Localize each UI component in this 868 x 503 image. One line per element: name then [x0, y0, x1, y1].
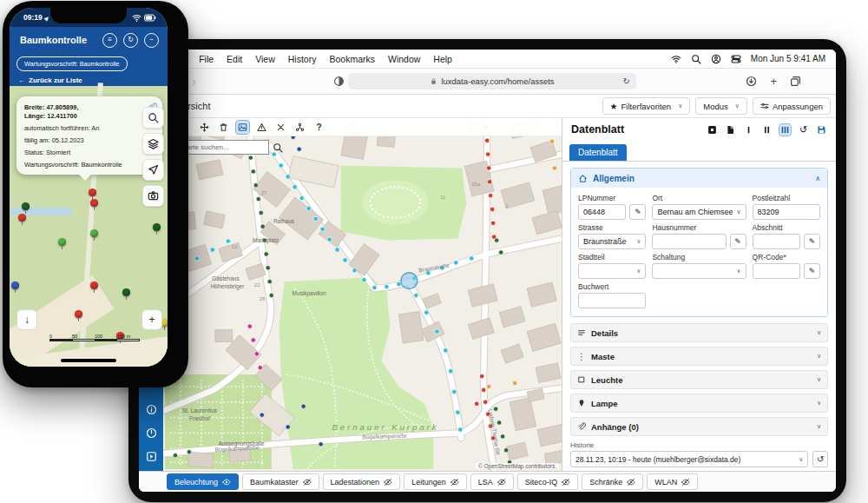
map-canvas[interactable] — [163, 118, 562, 471]
collapse-button[interactable]: ↓ — [16, 309, 37, 330]
section-maste[interactable]: ⋮Maste∨ — [570, 347, 828, 366]
field-schaltung[interactable]: ∨ — [652, 263, 746, 279]
field-ort[interactable]: Bernau am Chiemsee∨ — [652, 204, 746, 220]
address-bar[interactable]: luxdata-easy.com/home/assets ↻ — [348, 73, 636, 89]
maptool-warning-icon[interactable] — [255, 121, 268, 134]
forward-button[interactable]: › — [192, 75, 196, 88]
back-to-list-link[interactable]: ← Zurück zur Liste — [10, 74, 168, 86]
map-pin-green[interactable] — [90, 229, 98, 237]
section-anh-nge-0[interactable]: Anhänge (0)∨ — [570, 417, 828, 436]
reload-icon[interactable]: ↻ — [623, 76, 630, 86]
section-lampe[interactable]: Lampe∨ — [570, 394, 828, 413]
maptool-help-icon[interactable]: ? — [312, 121, 326, 134]
search-icon[interactable] — [273, 142, 283, 153]
map-pin-green[interactable] — [58, 238, 66, 246]
siri-icon[interactable] — [711, 54, 721, 64]
menu-edit[interactable]: Edit — [227, 54, 242, 64]
menu-window[interactable]: Window — [388, 54, 420, 64]
edit-qr-code-button[interactable]: ✎ — [804, 263, 820, 279]
edit-abschnitt-button[interactable]: ✎ — [804, 234, 820, 249]
layer-tab-schr-nke[interactable]: Schränke — [582, 473, 643, 490]
filter-chip[interactable]: Wartungsvorschrift: Baumkontrolle — [16, 56, 128, 71]
layer-tab-lsa[interactable]: LSA — [470, 473, 514, 490]
phone-filter-row: Wartungsvorschrift: Baumkontrolle — [10, 53, 168, 74]
map-pin-red[interactable] — [75, 310, 82, 318]
section-allgemein-header[interactable]: Allgemein ∧ — [571, 169, 827, 188]
field-strasse[interactable]: Braunstraße∨ — [578, 234, 646, 249]
wifi-icon[interactable] — [671, 54, 681, 64]
rail-power-icon[interactable] — [146, 427, 157, 439]
map-pin-darkgreen[interactable] — [122, 288, 130, 296]
map-pin-red[interactable] — [90, 199, 98, 207]
panel-undo-icon[interactable]: ↺ — [798, 124, 809, 136]
panel-document-icon[interactable] — [725, 124, 736, 136]
maptool-cluster-icon[interactable] — [293, 121, 306, 134]
phone-navigate-button[interactable] — [142, 159, 164, 181]
layer-tab-ladestationen[interactable]: Ladestationen — [323, 473, 401, 490]
field-stadtteil[interactable]: ∨ — [578, 263, 646, 279]
layer-tab-beleuchtung[interactable]: Beleuchtung — [167, 473, 239, 490]
map-pin-red[interactable] — [18, 214, 26, 222]
phone-map[interactable]: Breite: 47.805899,Länge: 12.411700automa… — [10, 86, 168, 367]
tab-overview-icon[interactable] — [790, 76, 801, 87]
map-pin-red[interactable] — [89, 189, 96, 196]
panel-layout-2-icon[interactable] — [761, 124, 773, 136]
phone-camera-button[interactable] — [142, 185, 164, 207]
layer-tab-leitungen[interactable]: Leitungen — [404, 473, 467, 490]
edit-hausnummer-button[interactable]: ✎ — [730, 234, 746, 249]
menu-help[interactable]: Help — [433, 54, 452, 64]
map-pin-darkgreen[interactable] — [153, 223, 161, 231]
field-lpnummer[interactable] — [578, 204, 626, 220]
privacy-report-icon[interactable] — [333, 76, 345, 87]
edit-lpnummer-button[interactable]: ✎ — [629, 204, 646, 220]
menu-view[interactable]: View — [255, 54, 275, 64]
historie-select[interactable]: 28.11.23, 10:19 - heute (muehlberger@six… — [570, 451, 808, 467]
phone-filter-circle-icon[interactable]: ≡ — [102, 33, 117, 48]
menu-bookmarks[interactable]: Bookmarks — [329, 54, 375, 64]
panel-layout-3-icon[interactable] — [779, 124, 791, 136]
spotlight-icon[interactable] — [691, 54, 701, 64]
historie-label: Historie — [570, 441, 828, 449]
maptool-move-icon[interactable] — [198, 121, 211, 134]
section-details[interactable]: Details∨ — [570, 323, 828, 342]
rail-info-icon[interactable] — [146, 404, 157, 415]
collapsed-sections: Details∨⋮Maste∨Leuchte∨Lampe∨Anhänge (0)… — [570, 323, 828, 440]
button-anpassungen[interactable]: Anpassungen — [753, 97, 831, 115]
panel-save-icon[interactable] — [816, 124, 827, 136]
field-qr-code[interactable] — [753, 263, 800, 279]
maptool-image-icon[interactable] — [236, 121, 249, 134]
phone-refresh-icon[interactable]: ↻ — [123, 33, 138, 48]
selected-asset-marker[interactable] — [401, 273, 418, 289]
button-modus[interactable]: Modus∨ — [695, 97, 747, 115]
tab-datenblatt[interactable]: Datenblatt — [569, 144, 627, 161]
new-tab-icon[interactable]: + — [770, 76, 777, 87]
menu-history[interactable]: History — [288, 54, 317, 64]
field-hausnummer[interactable] — [652, 234, 726, 249]
rail-panel-icon[interactable] — [146, 451, 157, 462]
field-abschnitt[interactable] — [753, 234, 800, 249]
maptool-trash-icon[interactable] — [217, 121, 230, 134]
zoom-in-button[interactable]: + — [141, 309, 162, 330]
panel-layout-1-icon[interactable] — [743, 124, 754, 136]
historie-reset-button[interactable]: ↺ — [812, 451, 828, 467]
field-postleitzahl[interactable] — [753, 204, 820, 220]
downloads-icon[interactable] — [746, 76, 757, 87]
layer-tab-wlan[interactable]: WLAN — [647, 473, 698, 490]
layer-tab-baumkataster[interactable]: Baumkataster — [242, 473, 319, 490]
panel-qr-icon[interactable] — [707, 124, 718, 136]
map-pin-darkgreen[interactable] — [22, 202, 30, 210]
maptool-close-icon[interactable] — [274, 121, 287, 134]
layer-tab-siteco-iq[interactable]: Siteco-IQ — [517, 473, 579, 490]
section-allgemein-label: Allgemein — [593, 174, 635, 183]
phone-layers-button[interactable] — [142, 133, 164, 155]
control-center-icon[interactable] — [731, 54, 741, 64]
button-filterfavoriten[interactable]: ★Filterfavoriten∨ — [602, 97, 691, 115]
section-leuchte[interactable]: Leuchte∨ — [570, 370, 828, 389]
phone-search-button[interactable] — [142, 107, 164, 129]
map-pin-red[interactable] — [90, 281, 98, 289]
field-buchwert[interactable] — [578, 293, 646, 308]
menu-file[interactable]: File — [199, 54, 214, 64]
home-indicator[interactable] — [61, 359, 116, 362]
map-pin-blue[interactable] — [11, 281, 19, 289]
phone-minus-icon[interactable]: − — [144, 33, 159, 48]
